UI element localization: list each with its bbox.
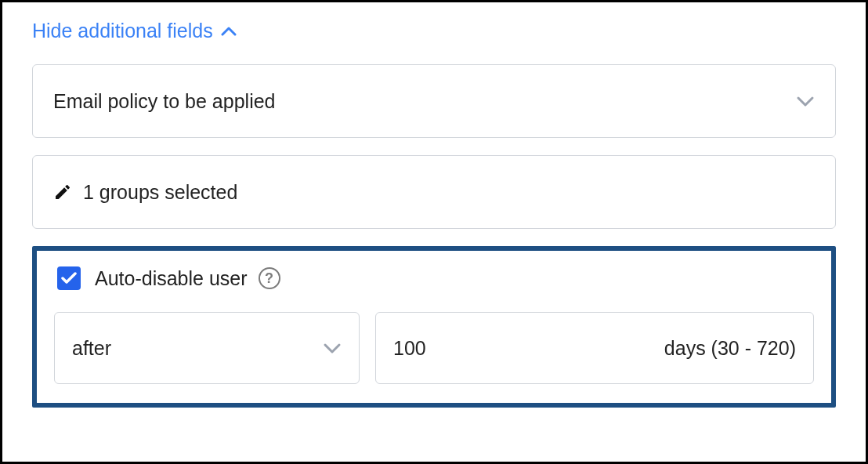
- chevron-down-icon: [323, 342, 342, 354]
- days-input[interactable]: [393, 337, 503, 360]
- timing-value: after: [72, 337, 111, 360]
- auto-disable-timing-select[interactable]: after: [54, 312, 360, 384]
- days-range-label: days (30 - 720): [664, 337, 796, 360]
- groups-selected-text: 1 groups selected: [83, 181, 237, 204]
- auto-disable-section: Auto-disable user ? after days (30 - 720…: [32, 246, 836, 408]
- email-policy-placeholder: Email policy to be applied: [53, 90, 276, 113]
- toggle-label: Hide additional fields: [32, 20, 213, 42]
- help-icon[interactable]: ?: [259, 267, 280, 289]
- pencil-icon: [53, 183, 72, 201]
- chevron-up-icon: [221, 26, 237, 37]
- hide-additional-fields-toggle[interactable]: Hide additional fields: [32, 16, 237, 42]
- auto-disable-label: Auto-disable user: [95, 267, 248, 290]
- auto-disable-row: Auto-disable user ?: [54, 266, 814, 290]
- auto-disable-days-field[interactable]: days (30 - 720): [375, 312, 814, 384]
- groups-selector[interactable]: 1 groups selected: [32, 155, 836, 229]
- email-policy-select[interactable]: Email policy to be applied: [32, 64, 836, 138]
- chevron-down-icon: [796, 95, 815, 107]
- auto-disable-checkbox[interactable]: [57, 266, 81, 290]
- auto-disable-inputs: after days (30 - 720): [54, 312, 814, 384]
